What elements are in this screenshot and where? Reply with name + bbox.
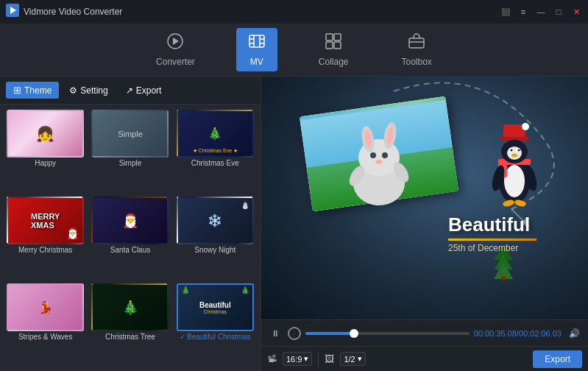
frame-chevron: ▾ xyxy=(358,354,362,364)
preview-background: Beautiful 25th of December xyxy=(261,77,588,319)
tab-converter[interactable]: Converter xyxy=(144,28,207,71)
theme-stripes-waves[interactable]: 💃 Stripes & Waves xyxy=(3,281,88,368)
theme-label-beautiful-christmas: ✓ Beautiful Christmas xyxy=(180,333,251,341)
svg-rect-49 xyxy=(501,277,506,280)
theme-thumb-stripes-waves: 💃 xyxy=(7,283,84,331)
maximize-btn[interactable]: □ xyxy=(553,6,564,18)
theme-label-merry-christmas: Merry Christmas xyxy=(18,246,72,254)
window-controls: ⬛ ≡ — □ ✕ xyxy=(500,6,582,18)
theme-label-christmas-tree: Christmas Tree xyxy=(105,333,155,341)
svg-rect-11 xyxy=(326,34,333,40)
tab-toolbox[interactable]: Toolbox xyxy=(390,28,444,71)
theme-btn[interactable]: ⊞ Theme xyxy=(6,82,59,99)
nav-tabs: Converter MV Collage xyxy=(0,24,588,77)
theme-snowy-night[interactable]: ❄️ ⛄ Snowy Night xyxy=(173,194,258,281)
theme-thumb-simple: Simple xyxy=(91,110,169,158)
check-icon: ✓ xyxy=(180,333,185,341)
theme-thumb-merry-christmas: MERRYXMAS 🎅 xyxy=(7,197,84,244)
svg-rect-13 xyxy=(326,42,333,49)
ratio-export-bar: 📽 16:9 ▾ 🖼 1/2 ▾ Export xyxy=(261,346,588,371)
right-panel: Beautiful 25th of December ⏸ 00:00:35.08… xyxy=(261,77,588,371)
svg-point-41 xyxy=(511,154,517,158)
theme-grid-icon: ⊞ xyxy=(13,85,21,96)
svg-point-36 xyxy=(507,146,522,160)
setting-gear-icon: ⚙ xyxy=(69,85,77,96)
theme-label-happy: Happy xyxy=(35,159,56,167)
menu-btn[interactable]: ≡ xyxy=(517,6,529,18)
minimize-btn[interactable]: — xyxy=(535,6,547,18)
theme-label-christmas-eve: Christmas Eve xyxy=(191,159,239,167)
volume-btn[interactable]: 🔊 xyxy=(566,325,582,342)
theme-simple[interactable]: Simple Simple xyxy=(88,107,172,194)
theme-thumb-santa-claus: 🎅 xyxy=(91,197,169,244)
svg-point-30 xyxy=(522,123,529,130)
playback-controls: ⏸ 00:00:35.08/00:02:06.03 🔊 xyxy=(261,319,588,346)
theme-thumb-christmas-tree: 🎄 xyxy=(91,283,169,331)
mv-icon xyxy=(248,32,266,54)
export-label: Export xyxy=(136,85,162,96)
theme-thumb-christmas-eve: 🎄 ★ Christmas Eve ★ xyxy=(177,110,254,158)
pause-btn[interactable]: ⏸ xyxy=(267,325,283,342)
svg-point-24 xyxy=(382,152,388,158)
left-panel: ⊞ Theme ⚙ Setting ↗ Export 👧 Happy xyxy=(0,77,261,371)
preview-text-beautiful: Beautiful 25th of December xyxy=(448,213,536,253)
divider xyxy=(318,352,319,367)
frame-select[interactable]: 1/2 ▾ xyxy=(340,352,365,366)
tab-mv[interactable]: MV xyxy=(236,28,277,71)
svg-point-23 xyxy=(370,152,376,158)
theme-label-stripes-waves: Stripes & Waves xyxy=(18,333,73,341)
export-btn-left[interactable]: ↗ Export xyxy=(118,82,169,99)
caption-btn[interactable]: ⬛ xyxy=(500,6,511,18)
frame-icon: 🖼 xyxy=(325,353,334,364)
setting-btn[interactable]: ⚙ Setting xyxy=(62,82,115,99)
toolbox-icon xyxy=(408,32,425,54)
export-btn[interactable]: Export xyxy=(533,350,582,368)
converter-icon xyxy=(166,32,184,54)
theme-label-snowy-night: Snowy Night xyxy=(194,246,235,254)
stop-btn[interactable] xyxy=(288,327,301,340)
svg-marker-48 xyxy=(494,262,513,279)
converter-label: Converter xyxy=(156,57,195,67)
svg-point-39 xyxy=(511,149,513,152)
svg-point-32 xyxy=(504,165,525,197)
toolbox-label: Toolbox xyxy=(402,57,432,67)
theme-label-simple: Simple xyxy=(119,159,142,167)
progress-fill xyxy=(305,332,351,335)
export-icon: ↗ xyxy=(126,85,133,96)
ratio-chevron: ▾ xyxy=(304,354,308,364)
app-icon xyxy=(6,4,19,20)
close-btn[interactable]: ✕ xyxy=(570,6,582,18)
theme-merry-christmas[interactable]: MERRYXMAS 🎅 Merry Christmas xyxy=(3,194,88,281)
collage-icon xyxy=(325,32,342,54)
theme-happy[interactable]: 👧 Happy xyxy=(3,107,88,194)
left-toolbar: ⊞ Theme ⚙ Setting ↗ Export xyxy=(0,77,261,105)
svg-marker-3 xyxy=(173,38,179,45)
progress-bar[interactable] xyxy=(305,332,470,335)
svg-rect-4 xyxy=(249,35,264,47)
tab-collage[interactable]: Collage xyxy=(307,28,361,71)
time-display: 00:00:35.08/00:02:06.03 xyxy=(474,329,562,338)
preview-area: Beautiful 25th of December xyxy=(261,77,588,319)
progress-thumb[interactable] xyxy=(350,329,358,338)
svg-rect-12 xyxy=(334,34,341,40)
svg-point-40 xyxy=(518,149,520,152)
preview-bunny xyxy=(335,113,423,202)
themes-grid: 👧 Happy Simple Simple 🎄 xyxy=(0,105,261,371)
theme-santa-claus[interactable]: 🎅 Santa Claus xyxy=(88,194,172,281)
theme-christmas-tree[interactable]: 🎄 Christmas Tree xyxy=(88,281,172,368)
theme-label: Theme xyxy=(24,85,52,96)
svg-rect-14 xyxy=(334,42,341,49)
mv-label: MV xyxy=(250,57,263,67)
theme-thumb-snowy-night: ❄️ ⛄ xyxy=(177,197,254,244)
theme-beautiful-christmas[interactable]: Beautiful Christmas 🎄 🎄 ✓ Beautiful Chri… xyxy=(173,281,258,368)
theme-thumb-beautiful-christmas: Beautiful Christmas 🎄 🎄 xyxy=(177,283,254,331)
preview-penguin xyxy=(485,121,544,209)
ratio-select[interactable]: 16:9 ▾ xyxy=(283,352,312,366)
setting-label: Setting xyxy=(80,85,107,96)
theme-thumb-happy: 👧 xyxy=(7,110,84,158)
main-content: ⊞ Theme ⚙ Setting ↗ Export 👧 Happy xyxy=(0,77,588,371)
svg-point-25 xyxy=(375,160,383,164)
theme-christmas-eve[interactable]: 🎄 ★ Christmas Eve ★ Christmas Eve xyxy=(173,107,258,194)
collage-label: Collage xyxy=(319,57,349,67)
svg-rect-15 xyxy=(409,38,424,48)
